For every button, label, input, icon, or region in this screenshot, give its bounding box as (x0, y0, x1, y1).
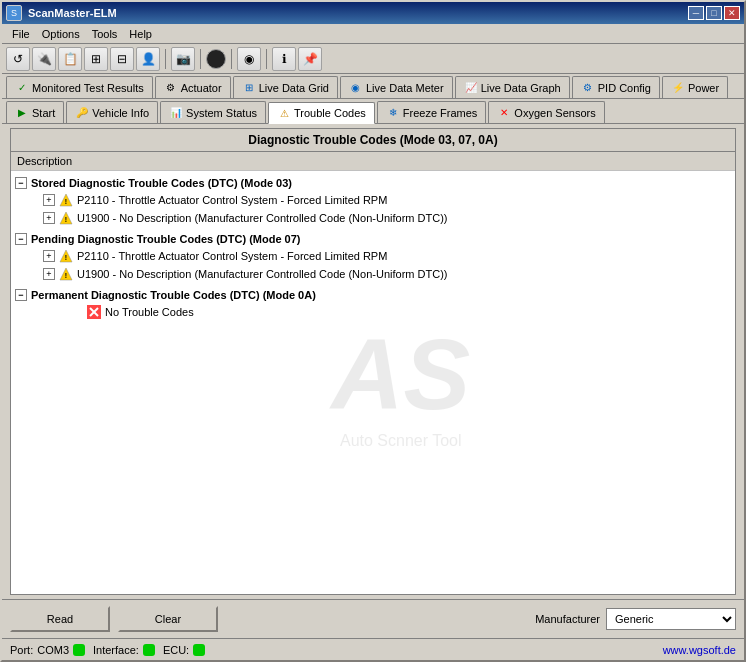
warning-icon-u1900-pending: ! (59, 267, 73, 281)
group-stored-label: Stored Diagnostic Trouble Codes (DTC) (M… (31, 177, 292, 189)
group-permanent-toggle[interactable]: − (15, 289, 27, 301)
group-pending: − Pending Diagnostic Trouble Codes (DTC)… (15, 231, 731, 283)
live-graph-icon: 📈 (464, 81, 478, 95)
group-pending-toggle[interactable]: − (15, 233, 27, 245)
menu-file[interactable]: File (6, 26, 36, 42)
tab-pid-config[interactable]: ⚙ PID Config (572, 76, 660, 98)
live-grid-icon: ⊞ (242, 81, 256, 95)
dtc-item-u1900-stored[interactable]: + ! U1900 - No Description (Manufacturer… (15, 209, 731, 227)
tab-oxygen-sensors[interactable]: ✕ Oxygen Sensors (488, 101, 604, 123)
status-bar: Port: COM3 Interface: ECU: www.wgsoft.de (2, 638, 744, 660)
maximize-button[interactable]: □ (706, 6, 722, 20)
dtc-item-u1900-pending[interactable]: + ! U1900 - No Description (Manufacturer… (15, 265, 731, 283)
toolbar-separator-1 (165, 49, 166, 69)
interface-status: Interface: (93, 644, 155, 656)
tab-live-graph[interactable]: 📈 Live Data Graph (455, 76, 570, 98)
svg-text:!: ! (65, 254, 67, 261)
tab-freeze-frames[interactable]: ❄ Freeze Frames (377, 101, 487, 123)
group-stored-toggle[interactable]: − (15, 177, 27, 189)
tab-monitored[interactable]: ✓ Monitored Test Results (6, 76, 153, 98)
menu-options[interactable]: Options (36, 26, 86, 42)
dtc-p2110-stored-text: P2110 - Throttle Actuator Control System… (77, 194, 387, 206)
toolbar-refresh[interactable]: ↺ (6, 47, 30, 71)
toolbar-user[interactable]: 👤 (136, 47, 160, 71)
ecu-led (193, 644, 205, 656)
tab-system-status[interactable]: 📊 System Status (160, 101, 266, 123)
no-dtc-icon (87, 305, 101, 319)
no-dtc-item: No Trouble Codes (15, 303, 731, 321)
tab-start[interactable]: ▶ Start (6, 101, 64, 123)
main-content-window: Diagnostic Trouble Codes (Mode 03, 07, 0… (10, 128, 736, 595)
tab-vehicle-info[interactable]: 🔑 Vehicle Info (66, 101, 158, 123)
no-dtc-label: No Trouble Codes (105, 306, 194, 318)
tab-trouble-codes[interactable]: ⚠ Trouble Codes (268, 102, 375, 124)
toolbar-separator-3 (231, 49, 232, 69)
group-stored: − Stored Diagnostic Trouble Codes (DTC) … (15, 175, 731, 227)
tree-column-header: Description (11, 152, 735, 171)
svg-text:!: ! (65, 198, 67, 205)
group-permanent-label: Permanent Diagnostic Trouble Codes (DTC)… (31, 289, 316, 301)
manufacturer-select[interactable]: Generic (606, 608, 736, 630)
close-button[interactable]: ✕ (724, 6, 740, 20)
item-toggle-u1900-pending[interactable]: + (43, 268, 55, 280)
toolbar-separator-2 (200, 49, 201, 69)
website-link[interactable]: www.wgsoft.de (663, 644, 736, 656)
toolbar-pin[interactable]: 📌 (298, 47, 322, 71)
oxygen-sensors-icon: ✕ (497, 106, 511, 120)
item-toggle-p2110-pending[interactable]: + (43, 250, 55, 262)
warning-icon-p2110-stored: ! (59, 193, 73, 207)
ecu-label: ECU: (163, 644, 189, 656)
watermark: AS Auto Scnner Tool (331, 316, 470, 449)
start-icon: ▶ (15, 106, 29, 120)
toolbar-separator-4 (266, 49, 267, 69)
toolbar-gauge[interactable]: ◉ (237, 47, 261, 71)
item-toggle-p2110-stored[interactable]: + (43, 194, 55, 206)
port-value: COM3 (37, 644, 69, 656)
interface-led (143, 644, 155, 656)
tab-live-grid[interactable]: ⊞ Live Data Grid (233, 76, 338, 98)
dtc-u1900-pending-text: U1900 - No Description (Manufacturer Con… (77, 268, 447, 280)
menu-tools[interactable]: Tools (86, 26, 124, 42)
toolbar-info[interactable]: ℹ (272, 47, 296, 71)
manufacturer-area: Manufacturer Generic (535, 608, 736, 630)
toolbar-camera[interactable]: 📷 (171, 47, 195, 71)
tabs-row1: ✓ Monitored Test Results ⚙ Actuator ⊞ Li… (2, 74, 744, 99)
toolbar-connect[interactable]: 🔌 (32, 47, 56, 71)
dtc-item-p2110-pending[interactable]: + ! P2110 - Throttle Actuator Control Sy… (15, 247, 731, 265)
item-toggle-u1900-stored[interactable]: + (43, 212, 55, 224)
tab-live-meter[interactable]: ◉ Live Data Meter (340, 76, 453, 98)
group-permanent-header[interactable]: − Permanent Diagnostic Trouble Codes (DT… (15, 287, 731, 303)
main-window: S ScanMaster-ELM ─ □ ✕ File Options Tool… (0, 0, 746, 662)
freeze-frames-icon: ❄ (386, 106, 400, 120)
bottom-bar: Read Clear Manufacturer Generic (2, 599, 744, 638)
watermark-as: AS (331, 316, 470, 431)
toolbar-black-circle[interactable] (206, 49, 226, 69)
read-button[interactable]: Read (10, 606, 110, 632)
toolbar: ↺ 🔌 📋 ⊞ ⊟ 👤 📷 ◉ ℹ 📌 (2, 44, 744, 74)
title-bar: S ScanMaster-ELM ─ □ ✕ (2, 2, 744, 24)
tree-area[interactable]: AS Auto Scnner Tool − Stored Diagnostic … (11, 171, 735, 594)
minimize-button[interactable]: ─ (688, 6, 704, 20)
warning-icon-u1900-stored: ! (59, 211, 73, 225)
tab-power[interactable]: ⚡ Power (662, 76, 728, 98)
dtc-u1900-stored-text: U1900 - No Description (Manufacturer Con… (77, 212, 447, 224)
port-label: Port: (10, 644, 33, 656)
menu-bar: File Options Tools Help (2, 24, 744, 44)
clear-button[interactable]: Clear (118, 606, 218, 632)
monitored-icon: ✓ (15, 81, 29, 95)
group-stored-header[interactable]: − Stored Diagnostic Trouble Codes (DTC) … (15, 175, 731, 191)
tab-actuator[interactable]: ⚙ Actuator (155, 76, 231, 98)
watermark-text: Auto Scnner Tool (331, 431, 470, 449)
menu-help[interactable]: Help (123, 26, 158, 42)
tabs-row2: ▶ Start 🔑 Vehicle Info 📊 System Status ⚠… (2, 99, 744, 124)
svg-text:!: ! (65, 216, 67, 223)
group-pending-header[interactable]: − Pending Diagnostic Trouble Codes (DTC)… (15, 231, 731, 247)
toolbar-grid2[interactable]: ⊟ (110, 47, 134, 71)
system-status-icon: 📊 (169, 106, 183, 120)
app-icon: S (6, 5, 22, 21)
group-pending-label: Pending Diagnostic Trouble Codes (DTC) (… (31, 233, 301, 245)
dtc-item-p2110-stored[interactable]: + ! P2110 - Throttle Actuator Control Sy… (15, 191, 731, 209)
dtc-p2110-pending-text: P2110 - Throttle Actuator Control System… (77, 250, 387, 262)
toolbar-grid1[interactable]: ⊞ (84, 47, 108, 71)
toolbar-copy[interactable]: 📋 (58, 47, 82, 71)
